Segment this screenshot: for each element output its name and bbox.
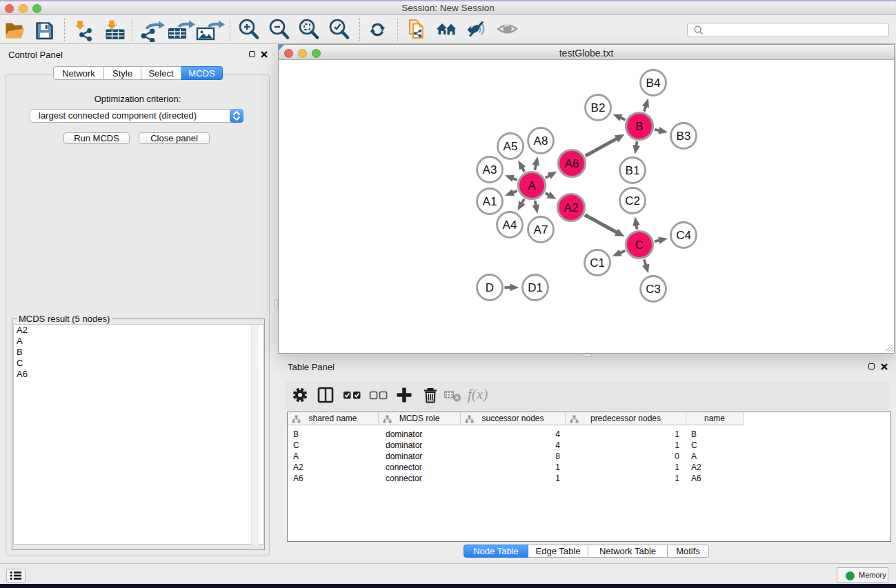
svg-text:C2: C2	[625, 194, 640, 207]
svg-text:A1: A1	[483, 195, 497, 208]
svg-text:B1: B1	[626, 164, 640, 177]
svg-text:A2: A2	[564, 201, 579, 214]
svg-text:C: C	[635, 239, 644, 252]
svg-text:A3: A3	[483, 163, 497, 176]
svg-text:A: A	[528, 179, 536, 192]
svg-text:B2: B2	[591, 101, 606, 114]
svg-text:D: D	[486, 281, 494, 294]
svg-text:B4: B4	[646, 77, 661, 90]
svg-text:C3: C3	[646, 283, 661, 296]
svg-text:A8: A8	[534, 134, 548, 148]
svg-text:D1: D1	[528, 281, 543, 294]
svg-text:A5: A5	[504, 140, 518, 153]
svg-text:A6: A6	[565, 157, 579, 170]
svg-text:C4: C4	[676, 229, 691, 242]
svg-text:B3: B3	[677, 130, 691, 143]
svg-text:B: B	[635, 120, 643, 133]
svg-text:C1: C1	[590, 256, 605, 270]
svg-text:A7: A7	[534, 223, 548, 236]
svg-text:A4: A4	[503, 219, 517, 232]
